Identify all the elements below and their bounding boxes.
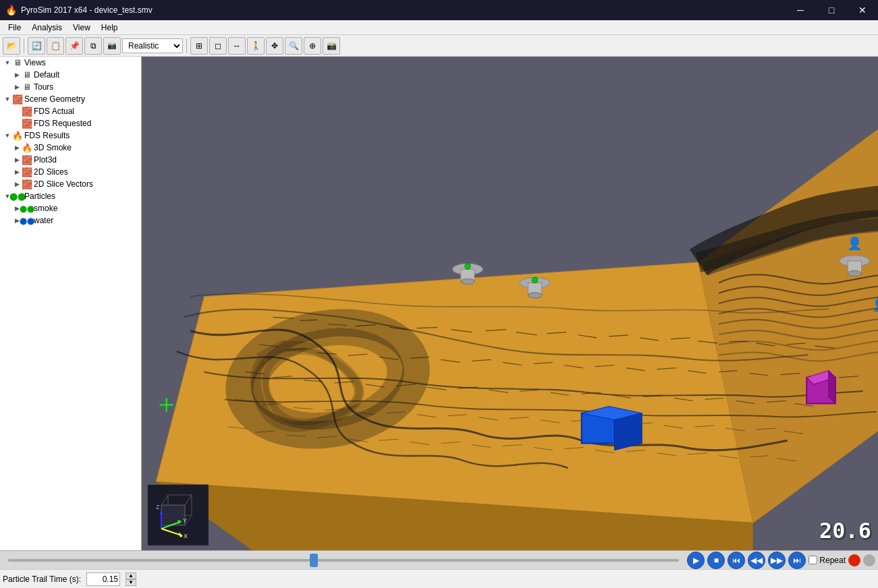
toggle-2d-slice-vectors[interactable]: ▶ (12, 179, 22, 189)
tree-item-particles[interactable]: ▼ ⬤⬤ Particles (0, 190, 141, 202)
toggle-scene-geometry[interactable]: ▼ (3, 94, 12, 104)
toggle-3d-smoke[interactable]: ▶ (12, 143, 22, 152)
render-mode-select[interactable]: Realistic Wireframe Solid (122, 38, 183, 53)
slice-vectors-icon: 🧱 (22, 179, 32, 189)
slices-label: 2D Slices (34, 167, 68, 177)
maximize-button[interactable]: □ (816, 0, 847, 20)
smoke-label: 3D Smoke (34, 143, 72, 152)
playback-slider[interactable] (8, 559, 679, 562)
tree-item-fds-actual[interactable]: 🧱 FDS Actual (0, 105, 141, 117)
toggle-fds-results[interactable]: ▼ (3, 131, 12, 140)
tree-item-plot3d[interactable]: ▶ 🧱 Plot3d (0, 154, 141, 166)
tb-rotate-button[interactable]: ↔ (228, 37, 246, 55)
tb-walk-button[interactable]: 🚶 (247, 37, 265, 55)
menu-analysis[interactable]: Analysis (26, 20, 67, 35)
trail-time-input[interactable] (86, 572, 120, 586)
repeat-checkbox-group[interactable]: Repeat (808, 556, 846, 565)
default-icon: 🖥 (22, 69, 32, 80)
axis-indicator: Z Y X (147, 484, 208, 545)
svg-point-109 (528, 293, 541, 298)
minimize-button[interactable]: ─ (785, 0, 816, 20)
tb-screenshot-button[interactable]: 📷 (103, 37, 121, 55)
svg-point-113 (848, 270, 861, 276)
tree-item-fds-requested[interactable]: 🧱 FDS Requested (0, 117, 141, 129)
tree-item-default[interactable]: ▶ 🖥 Default (0, 69, 141, 81)
tb-duplicate-button[interactable]: ⧉ (84, 37, 102, 55)
step-forward-button[interactable]: ▶▶ (768, 552, 786, 569)
trail-down-button[interactable]: ▼ (126, 579, 136, 586)
tree-item-smoke-particle[interactable]: ▶ ⬤⬤ smoke (0, 202, 141, 214)
toggle-fds-requested[interactable] (12, 119, 22, 128)
svg-text:Z: Z (156, 504, 160, 510)
toggle-fds-actual[interactable] (12, 107, 22, 116)
fds-actual-icon: 🧱 (22, 106, 32, 117)
menu-help[interactable]: Help (96, 20, 124, 35)
tree-item-water-particle[interactable]: ▶ ⬤⬤ water (0, 214, 141, 227)
playback-slider-container[interactable] (8, 554, 679, 567)
toggle-plot3d[interactable]: ▶ (12, 155, 22, 165)
sidebar: ▼ 🖥 Views ▶ 🖥 Default ▶ 🖥 Tours ▼ 🧱 Scen… (0, 57, 142, 550)
playback-thumb[interactable] (310, 554, 318, 567)
toggle-tours[interactable]: ▶ (12, 82, 22, 92)
trail-time-label: Particle Trail Time (s): (3, 575, 81, 584)
toggle-views[interactable]: ▼ (3, 58, 12, 67)
toggle-default[interactable]: ▶ (12, 70, 22, 80)
step-back-button[interactable]: ◀◀ (748, 552, 765, 569)
tb-paste-button[interactable]: 📌 (65, 37, 83, 55)
tree-item-3d-smoke[interactable]: ▶ 🔥 3D Smoke (0, 142, 141, 154)
svg-point-106 (465, 264, 470, 269)
tours-label: Tours (34, 82, 53, 92)
plot3d-icon: 🧱 (22, 154, 32, 165)
svg-point-110 (532, 277, 538, 283)
playback-bar: ▶ ■ ⏮ ◀◀ ▶▶ ⏭ Repeat (0, 550, 878, 569)
menu-file[interactable]: File (3, 20, 26, 35)
app-icon: 🔥 (5, 5, 17, 16)
tree-item-fds-results[interactable]: ▼ 🔥 FDS Results (0, 129, 141, 142)
svg-text:👤: 👤 (872, 297, 878, 312)
svg-text:👤: 👤 (847, 236, 862, 251)
tree-item-scene-geometry[interactable]: ▼ 🧱 Scene Geometry (0, 93, 141, 105)
default-label: Default (34, 70, 59, 80)
water-particle-icon: ⬤⬤ (22, 215, 32, 226)
slice-vectors-label: 2D Slice Vectors (34, 179, 93, 189)
tb-camera-button[interactable]: 📸 (323, 37, 340, 55)
repeat-checkbox[interactable] (808, 556, 817, 564)
tb-pan-button[interactable]: ✥ (266, 37, 283, 55)
bottom-controls: Particle Trail Time (s): ▲ ▼ (0, 569, 878, 588)
tb-open-button[interactable]: 📂 (3, 37, 20, 55)
smoke-particle-icon: ⬤⬤ (22, 203, 32, 214)
slices-icon: 🧱 (22, 167, 32, 177)
plot3d-label: Plot3d (34, 155, 57, 165)
titlebar-controls: ─ □ ✕ (785, 0, 878, 20)
tb-zoom-button[interactable]: 🔍 (285, 37, 302, 55)
tb-copy-button[interactable]: 📋 (47, 37, 64, 55)
tree-item-2d-slice-vectors[interactable]: ▶ 🧱 2D Slice Vectors (0, 178, 141, 190)
tb-mesh-button[interactable]: ⊞ (190, 37, 208, 55)
titlebar: 🔥 PyroSim 2017 x64 - device_test.smv ─ □… (0, 0, 878, 20)
smoke-particle-label: smoke (34, 204, 57, 213)
tb-fit-button[interactable]: ⊕ (304, 37, 321, 55)
tb-cube-button[interactable]: ◻ (209, 37, 227, 55)
tree-item-views[interactable]: ▼ 🖥 Views (0, 57, 141, 69)
scene-geometry-icon: 🧱 (12, 94, 23, 105)
repeat-label: Repeat (819, 556, 846, 565)
time-display: 20.6 (819, 518, 871, 543)
step-forward-far-button[interactable]: ⏭ (788, 552, 806, 569)
record-stop-button[interactable] (863, 554, 875, 566)
viewport[interactable]: 👤 👤 (142, 57, 878, 550)
tree-item-2d-slices[interactable]: ▶ 🧱 2D Slices (0, 166, 141, 178)
menu-view[interactable]: View (67, 20, 96, 35)
stop-button[interactable]: ■ (707, 552, 725, 569)
trail-up-button[interactable]: ▲ (126, 572, 136, 579)
close-button[interactable]: ✕ (847, 0, 878, 20)
menubar: File Analysis View Help (0, 20, 878, 35)
record-button[interactable] (848, 554, 860, 566)
tree-item-tours[interactable]: ▶ 🖥 Tours (0, 81, 141, 93)
tb-sep-2 (186, 38, 187, 53)
step-back-far-button[interactable]: ⏮ (728, 552, 745, 569)
toggle-2d-slices[interactable]: ▶ (12, 167, 22, 177)
smoke-icon: 🔥 (22, 142, 32, 153)
tb-refresh-button[interactable]: 🔄 (28, 37, 45, 55)
play-button[interactable]: ▶ (687, 552, 705, 569)
svg-text:Y: Y (183, 517, 187, 524)
